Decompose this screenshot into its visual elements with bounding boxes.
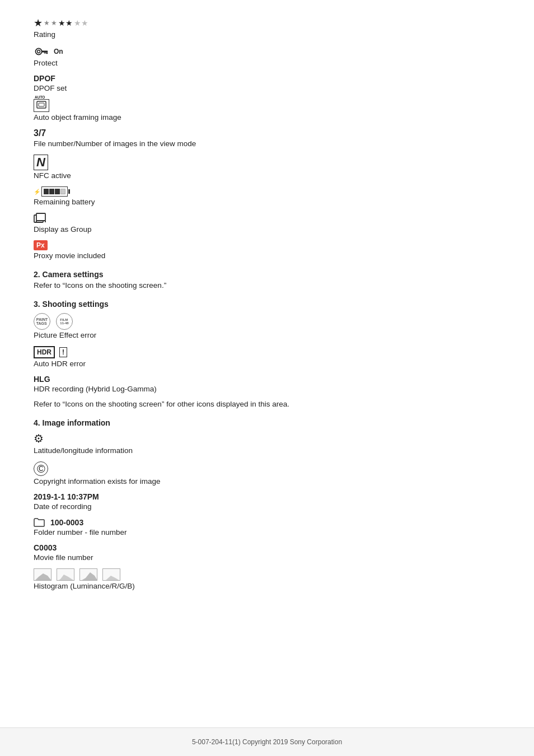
histogram-r-icon (57, 568, 74, 581)
proxy-icon-area: Px (34, 240, 500, 250)
histogram-label: Histogram (Luminance/R/G/B) (34, 582, 500, 590)
histogram-lum-icon (34, 568, 51, 581)
file-number-icon-area: 3/7 (34, 128, 500, 138)
auto-framing-icon-area: AUTO (34, 99, 500, 112)
svg-point-1 (38, 50, 40, 53)
group-label: Display as Group (34, 225, 500, 234)
histogram-b-icon (102, 568, 120, 581)
battery-icon: ⚡ (34, 186, 70, 197)
nfc-icon-area: N (34, 155, 500, 170)
file-number-label: File number/Number of images in the view… (34, 139, 500, 148)
svg-marker-12 (57, 575, 74, 581)
movie-value-area: C0003 (34, 543, 500, 552)
nfc-icon: N (34, 155, 48, 170)
rating-label: Rating (34, 30, 500, 39)
battery-label: Remaining battery (34, 198, 500, 206)
picture-effect-icon2: FILM11-48 (56, 313, 73, 330)
proxy-icon: Px (34, 240, 48, 250)
protect-label: Protect (34, 59, 500, 67)
svg-rect-6 (39, 103, 44, 106)
section2-title: Camera settings (43, 270, 104, 279)
picture-effect-icon1: PAINTTAGS (34, 313, 50, 330)
rating-stars-icon: ★ ★ ★ ★★ ★★ (34, 17, 88, 29)
geo-icon-area: ⚙ (34, 432, 500, 445)
protect-icon-area: On (34, 45, 500, 58)
section3: 3. Shooting settings (34, 300, 500, 309)
section2-refer: Refer to “Icons on the shooting screen.” (34, 281, 500, 290)
group-icon-area (34, 213, 500, 224)
hdr-icon: HDR (34, 346, 55, 358)
dpof-sub: DPOF set (34, 84, 500, 92)
svg-rect-2 (41, 51, 48, 53)
copyright-icon: © (34, 461, 48, 476)
folder-label: Folder number - file number (34, 528, 500, 536)
hdr-icon-area: HDR ! (34, 346, 500, 358)
protect-icon (34, 45, 49, 58)
svg-rect-5 (37, 101, 46, 108)
footer-text: 5-007-204-11(1) Copyright 2019 Sony Corp… (192, 738, 342, 746)
date-value: 2019-1-1 10:37PM (34, 492, 99, 501)
proxy-label: Proxy movie included (34, 251, 500, 260)
picture-effect-icon-area: PAINTTAGS FILM11-48 (34, 313, 500, 330)
hlg-value: HLG (34, 375, 50, 384)
movie-value: C0003 (34, 543, 57, 552)
battery-icon-area: ⚡ (34, 186, 500, 197)
svg-marker-13 (80, 572, 97, 581)
hlg-desc: HDR recording (Hybrid Log-Gamma) (34, 385, 500, 393)
section3-title: Shooting settings (43, 300, 109, 309)
copyright-label: Copyright information exists for image (34, 477, 500, 486)
folder-icon-area: 100-0003 (34, 517, 500, 527)
section3-refer: Refer to “Icons on the shooting screen” … (34, 400, 500, 408)
svg-point-0 (36, 48, 42, 54)
dpof-header: DPOF (34, 74, 500, 83)
hdr-exclaim-icon: ! (59, 347, 67, 357)
protect-on-label: On (54, 48, 63, 55)
auto-framing-label: Auto object framing image (34, 113, 500, 122)
movie-label: Movie file number (34, 553, 500, 562)
folder-value: 100-0003 (50, 518, 83, 527)
rating-icon-area: ★ ★ ★ ★★ ★★ (34, 17, 500, 29)
svg-marker-14 (103, 576, 120, 581)
dpof-title: DPOF (34, 74, 55, 83)
date-value-area: 2019-1-1 10:37PM (34, 492, 500, 501)
geo-icon: ⚙ (34, 432, 44, 445)
folder-icon (34, 517, 45, 527)
histogram-icon-area (34, 568, 500, 581)
hdr-label: Auto HDR error (34, 360, 500, 368)
svg-marker-11 (34, 573, 51, 581)
section4-title: Image information (43, 418, 110, 427)
section4-number: 4. (34, 418, 40, 427)
section3-number: 3. (34, 300, 40, 309)
group-icon (34, 213, 46, 224)
nfc-label: NFC active (34, 171, 500, 180)
file-number-value: 3/7 (34, 128, 46, 138)
picture-effect-label: Picture Effect error (34, 331, 500, 339)
section2: 2. Camera settings (34, 270, 500, 279)
section2-number: 2. (34, 270, 40, 279)
svg-rect-4 (44, 52, 46, 53)
hlg-icon-area: HLG (34, 375, 500, 384)
geo-label: Latitude/longitude information (34, 446, 500, 455)
svg-rect-8 (36, 213, 45, 221)
auto-framing-icon: AUTO (34, 99, 49, 112)
date-label: Date of recording (34, 502, 500, 511)
section4: 4. Image information (34, 418, 500, 427)
footer: 5-007-204-11(1) Copyright 2019 Sony Corp… (0, 727, 534, 756)
copyright-icon-area: © (34, 461, 500, 476)
histogram-g-icon (79, 568, 97, 581)
svg-rect-3 (46, 52, 48, 54)
